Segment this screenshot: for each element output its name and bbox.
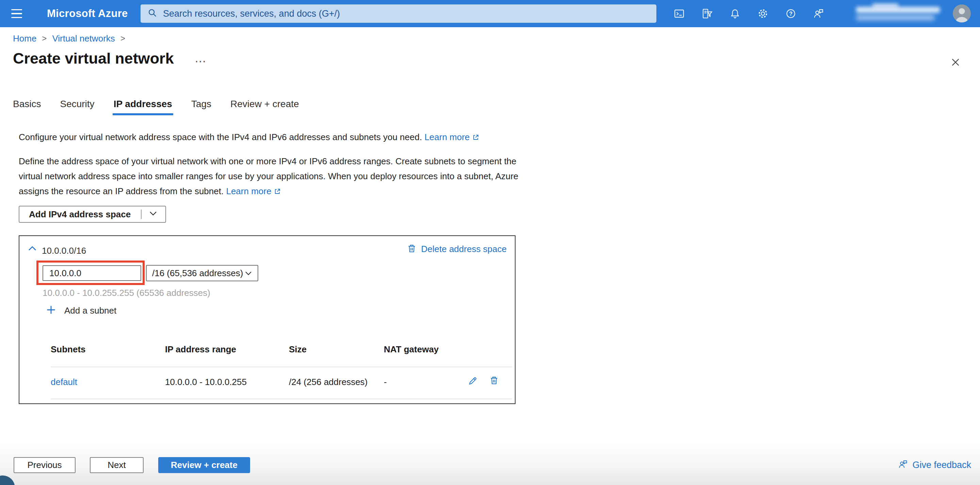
breadcrumb: Home > Virtual networks > bbox=[13, 33, 125, 44]
add-subnet-label: Add a subnet bbox=[64, 305, 116, 316]
notifications-bell-icon[interactable] bbox=[729, 8, 741, 20]
search-input[interactable] bbox=[163, 8, 649, 19]
feedback-person-icon bbox=[898, 459, 908, 471]
wizard-footer: Previous Next Review + create Give feedb… bbox=[0, 442, 980, 485]
add-ipv4-label: Add IPv4 address space bbox=[29, 209, 130, 220]
more-commands-icon[interactable]: ⋯ bbox=[195, 54, 207, 68]
breadcrumb-separator: > bbox=[42, 34, 47, 43]
delete-address-space-label: Delete address space bbox=[421, 244, 507, 254]
learn-more-link-2[interactable]: Learn more bbox=[226, 186, 271, 196]
account-info-blurred[interactable] bbox=[855, 5, 942, 22]
global-search[interactable] bbox=[140, 5, 656, 23]
cloud-shell-icon[interactable] bbox=[673, 8, 685, 20]
prefix-size-value: /16 (65,536 addresses) bbox=[152, 268, 243, 278]
address-space-cidr: 10.0.0.0/16 bbox=[42, 246, 86, 256]
avatar[interactable] bbox=[953, 5, 971, 22]
breadcrumb-virtual-networks-link[interactable]: Virtual networks bbox=[52, 33, 115, 44]
wizard-tabs: Basics Security IP addresses Tags Review… bbox=[13, 99, 318, 115]
column-header-ip-range: IP address range bbox=[165, 344, 236, 355]
column-header-nat-gateway: NAT gateway bbox=[384, 344, 439, 355]
delete-address-space-button[interactable]: Delete address space bbox=[407, 243, 507, 254]
previous-button[interactable]: Previous bbox=[14, 457, 76, 473]
external-link-icon bbox=[274, 185, 281, 200]
address-space-card: 10.0.0.0/16 Delete address space /16 (65… bbox=[19, 235, 515, 404]
prefix-size-dropdown[interactable]: /16 (65,536 addresses) bbox=[146, 265, 258, 281]
plus-icon bbox=[46, 305, 56, 316]
intro-text: Configure your virtual network address s… bbox=[19, 132, 767, 143]
tab-tags[interactable]: Tags bbox=[191, 99, 211, 115]
collapse-chevron-up-icon[interactable] bbox=[27, 245, 38, 252]
review-create-button[interactable]: Review + create bbox=[158, 457, 250, 473]
page-title: Create virtual network bbox=[13, 50, 174, 67]
add-subnet-button[interactable]: Add a subnet bbox=[46, 305, 116, 316]
subnet-ip-range: 10.0.0.0 - 10.0.0.255 bbox=[165, 377, 247, 387]
portal-menu-icon[interactable] bbox=[10, 8, 24, 19]
learn-more-link[interactable]: Learn more bbox=[424, 132, 469, 142]
feedback-person-icon[interactable] bbox=[813, 8, 825, 20]
close-icon[interactable] bbox=[948, 55, 963, 69]
help-icon[interactable]: ? bbox=[785, 8, 797, 20]
chevron-down-icon bbox=[245, 268, 252, 278]
next-button[interactable]: Next bbox=[90, 457, 143, 473]
azure-top-bar: Microsoft Azure ? bbox=[0, 0, 980, 27]
split-divider bbox=[141, 210, 142, 219]
intro-sentence: Configure your virtual network address s… bbox=[19, 132, 422, 142]
column-header-size: Size bbox=[289, 344, 307, 355]
external-link-icon bbox=[472, 133, 479, 143]
delete-subnet-trash-icon[interactable] bbox=[488, 374, 500, 387]
breadcrumb-separator: > bbox=[121, 34, 125, 43]
subnet-nat-gateway: - bbox=[384, 377, 387, 387]
subnet-size: /24 (256 addresses) bbox=[289, 377, 368, 387]
address-range-hint: 10.0.0.0 - 10.0.255.255 (65536 addresses… bbox=[43, 288, 210, 298]
chevron-down-icon[interactable] bbox=[149, 210, 157, 218]
settings-gear-icon[interactable] bbox=[757, 8, 769, 20]
add-ipv4-address-space-button[interactable]: Add IPv4 address space bbox=[19, 206, 166, 223]
svg-text:?: ? bbox=[789, 11, 792, 17]
breadcrumb-home-link[interactable]: Home bbox=[13, 33, 37, 44]
address-space-ip-input[interactable] bbox=[43, 265, 141, 281]
table-divider bbox=[51, 399, 512, 399]
description-text: Define the address space of your virtual… bbox=[19, 154, 522, 200]
edit-subnet-pencil-icon[interactable] bbox=[466, 374, 478, 387]
table-divider bbox=[51, 367, 512, 367]
search-icon bbox=[147, 8, 158, 19]
trash-icon bbox=[407, 243, 417, 254]
topbar-actions: ? bbox=[673, 0, 825, 27]
tab-basics[interactable]: Basics bbox=[13, 99, 41, 115]
tab-security[interactable]: Security bbox=[60, 99, 94, 115]
subnet-name-link[interactable]: default bbox=[51, 377, 77, 387]
give-feedback-link[interactable]: Give feedback bbox=[898, 459, 971, 471]
give-feedback-label: Give feedback bbox=[912, 460, 971, 471]
tab-review-create[interactable]: Review + create bbox=[231, 99, 299, 115]
directories-filter-icon[interactable] bbox=[701, 8, 713, 20]
column-header-subnets: Subnets bbox=[51, 344, 86, 355]
tab-ip-addresses[interactable]: IP addresses bbox=[114, 99, 172, 115]
brand-title: Microsoft Azure bbox=[47, 0, 128, 27]
